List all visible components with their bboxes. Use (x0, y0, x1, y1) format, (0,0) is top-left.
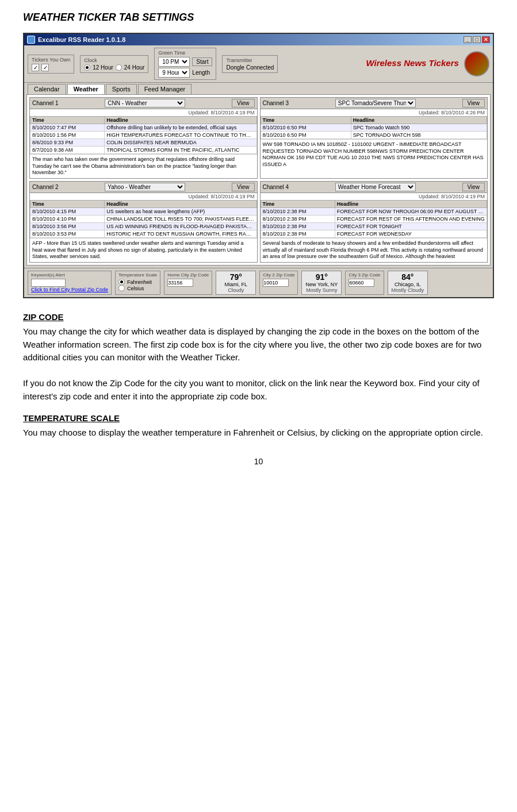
wireless-header: Wireless News Tickers (366, 51, 489, 76)
city2-zip-input[interactable] (263, 279, 289, 287)
ticker-checkbox-1[interactable] (32, 64, 39, 71)
channel1-summary: The man who has taken over the governmen… (30, 154, 257, 178)
city3-name: Chicago, IL (392, 282, 424, 287)
celsius-radio[interactable] (118, 285, 125, 291)
ch2-row4-headline: HISTORIC HEAT TO DENT RUSSIAN GROWTH, FI… (105, 230, 256, 238)
app-screenshot: Excalibur RSS Reader 1.0.1.8 _ □ ✕ Ticke… (23, 33, 494, 298)
ch1-row1-headline: Offshore drilling ban unlikely to be ext… (105, 124, 256, 132)
channel4-header: Channel 4 Weather Home Forecast View (261, 182, 488, 193)
keyword-input[interactable] (31, 279, 66, 287)
green-time-group: Green Time 10 PM Start 9 Hours Length (154, 48, 216, 80)
ch4-row2-time: 8/10/2010 2:38 PM (261, 215, 335, 223)
green-time-select[interactable]: 10 PM (158, 57, 190, 67)
clock-24hr-label: 24 Hour (124, 64, 145, 71)
celsius-label: Celsius (127, 286, 144, 291)
tickers-group: Tickers You Own (28, 55, 74, 74)
home-city-temp: 79° (220, 272, 252, 282)
table-row: 8/10/2010 6:50 PM SPC Tornado Watch 590 (261, 124, 487, 132)
channel3-select[interactable]: SPC Tornado/Severe Thunderstorm W... (335, 99, 416, 107)
transmitter-status: Dongle Connected (226, 64, 274, 71)
find-zip-link[interactable]: Click to Find City Postal Zip Code (31, 287, 108, 293)
ch2-row4-time: 8/10/2010 3:53 PM (30, 230, 105, 238)
channel3-table: Time Headline 8/10/2010 6:50 PM SPC Torn… (261, 116, 488, 139)
fahrenheit-radio[interactable] (118, 279, 125, 285)
ch1-row4-time: 8/7/2010 9:38 AM (30, 147, 105, 154)
channel1-view-btn[interactable]: View (232, 99, 255, 107)
city3-condition: Mostly Cloudy (392, 287, 424, 293)
window-controls: _ □ ✕ (464, 36, 490, 43)
channel4-view-btn[interactable]: View (462, 183, 485, 191)
channel4-updated: Updated: 8/10/2010 4:19 PM (261, 193, 488, 200)
city2-temp: 91° (305, 272, 338, 282)
tab-sports[interactable]: Sports (106, 84, 137, 94)
ch2-col-headline: Headline (105, 201, 256, 208)
ch4-row3-headline: FORECAST FOR TONIGHT (335, 223, 487, 230)
channel1-select[interactable]: CNN - Weather (105, 99, 185, 107)
transmitter-group: Transmitter Dongle Connected (222, 55, 278, 73)
start-button[interactable]: Start (192, 57, 212, 66)
temp-scale-group: Temperature Scale Fahrenheit Celsius (115, 271, 160, 295)
channel2-select[interactable]: Yahoo - Weather (105, 183, 185, 191)
table-row: 8/10/2010 2:38 PM FORECAST FOR REST OF T… (261, 215, 487, 223)
channel4-select[interactable]: Weather Home Forecast (335, 183, 416, 191)
ch1-row2-time: 8/10/2010 1:56 PM (30, 132, 105, 139)
ch1-col-headline: Headline (105, 117, 256, 124)
table-row: 8/10/2010 2:38 PM FORECAST FOR NOW THROU… (261, 208, 487, 215)
tab-feed-manager[interactable]: Feed Manager (138, 84, 192, 94)
length-select[interactable]: 9 Hours (158, 68, 190, 78)
ch2-col-time: Time (30, 201, 105, 208)
ch3-row2-headline: SPC TORNADO WATCH 598 (351, 132, 487, 139)
ch3-row1-headline: SPC Tornado Watch 590 (351, 124, 487, 132)
app-title: Excalibur RSS Reader 1.0.1.8 (38, 36, 125, 43)
clock-12hr-radio[interactable] (84, 64, 90, 71)
table-row: 8/10/2010 4:15 PM US swelters as heat wa… (30, 208, 257, 215)
city2-condition: Mostly Sunny (305, 287, 338, 293)
ch1-col-time: Time (30, 117, 105, 124)
table-row: 8/10/2010 7:47 PM Offshore drilling ban … (30, 124, 257, 132)
ch3-col-headline: Headline (351, 117, 487, 124)
ch1-row1-time: 8/10/2010 7:47 PM (30, 124, 105, 132)
table-row: 8/10/2010 2:38 PM FORECAST FOR TONIGHT (261, 223, 487, 230)
channel2-label: Channel 2 (32, 184, 59, 190)
city3-weather: 84° Chicago, IL Mostly Cloudy (388, 271, 428, 295)
ticker-checkbox-2[interactable] (41, 64, 49, 71)
close-button[interactable]: ✕ (482, 36, 490, 43)
home-city-condition: Cloudy (220, 287, 252, 293)
channel2-updated: Updated: 8/10/2010 4:19 PM (30, 193, 257, 200)
channel2-view-btn[interactable]: View (232, 183, 255, 191)
ch4-row3-time: 8/10/2010 2:38 PM (261, 223, 335, 230)
fahrenheit-label: Fahrenheit (127, 279, 152, 285)
tab-calendar[interactable]: Calendar (28, 84, 66, 94)
restore-button[interactable]: □ (473, 36, 481, 43)
city3-zip-input[interactable] (349, 279, 374, 287)
bottom-bar: Keyword(s) Alert Click to Find City Post… (24, 268, 493, 297)
clock-group: Clock 12 Hour 24 Hour (80, 55, 148, 73)
channel1-table: Time Headline 8/10/2010 7:47 PM Offshore… (30, 116, 257, 154)
home-zip-input[interactable] (167, 279, 193, 287)
keyword-group: Keyword(s) Alert Click to Find City Post… (28, 271, 112, 295)
channel2-table: Time Headline 8/10/2010 4:15 PM US swelt… (30, 200, 257, 238)
ch3-row1-time: 8/10/2010 6:50 PM (261, 124, 351, 132)
channel3-view-btn[interactable]: View (462, 99, 485, 107)
home-zip-label: Home City Zip Code (167, 272, 209, 278)
table-row: 8/7/2010 9:38 AM TROPICAL STORMS FORM IN… (30, 147, 257, 154)
channel2-header: Channel 2 Yahoo - Weather View (30, 182, 257, 193)
length-label: Length (192, 70, 210, 76)
ch2-row1-time: 8/10/2010 4:15 PM (30, 208, 105, 215)
channel4-label: Channel 4 (263, 184, 289, 190)
transmitter-label: Transmitter (226, 57, 274, 63)
table-row: 8/10/2010 4:10 PM CHINA LANDSLIDE TOLL R… (30, 215, 257, 223)
ch1-row4-headline: TROPICAL STORMS FORM IN THE PACIFIC, ATL… (105, 147, 256, 154)
table-row: 8/10/2010 1:56 PM HIGH TEMPERATURES FORE… (30, 132, 257, 139)
ch1-row2-headline: HIGH TEMPERATURES FORECAST TO CONTINUE T… (105, 132, 256, 139)
zip-code-heading: ZIP CODE (23, 312, 494, 322)
tab-weather[interactable]: Weather (67, 84, 105, 94)
channel3-updated: Updated: 8/10/2010 4:26 PM (261, 109, 488, 116)
channel2-panel: Channel 2 Yahoo - Weather View Updated: … (29, 181, 258, 263)
clock-label: Clock (84, 57, 144, 63)
minimize-button[interactable]: _ (464, 36, 472, 43)
channel1-panel: Channel 1 CNN - Weather View Updated: 8/… (29, 97, 258, 179)
channel1-label: Channel 1 (32, 100, 59, 106)
city2-name: New York, NY (305, 282, 338, 287)
clock-24hr-radio[interactable] (116, 64, 122, 71)
